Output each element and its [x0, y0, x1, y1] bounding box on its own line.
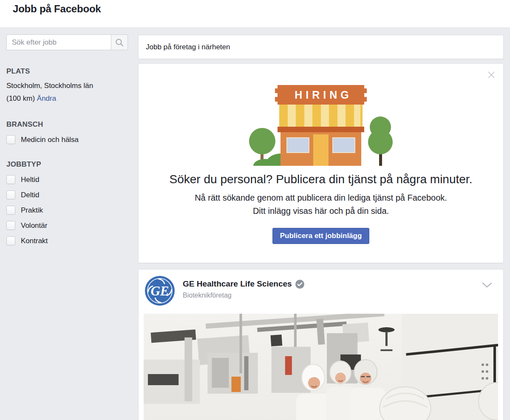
jobtype-heading: JOBBTYP — [6, 160, 128, 169]
verified-badge-icon — [295, 280, 304, 289]
filters-sidebar: PLATS Stockholm, Stockholms län (100 km)… — [6, 27, 128, 245]
location-value: Stockholm, Stockholms län (100 km) Ändra — [6, 79, 128, 105]
checkbox-label: Kontrakt — [21, 237, 48, 245]
hiring-storefront-illustration: HIRING — [240, 78, 402, 166]
hiring-sign-text: HIRING — [295, 89, 352, 101]
promo-heading: Söker du personal? Publicera din tjänst … — [163, 171, 479, 188]
checkbox-label: Volontär — [21, 221, 47, 230]
checkbox[interactable] — [6, 190, 15, 199]
chevron-down-icon[interactable] — [482, 282, 492, 288]
x-icon — [486, 70, 496, 80]
close-promo-button[interactable] — [486, 70, 496, 80]
page-title: Jobb på Facebook — [13, 3, 510, 15]
job-search — [6, 34, 128, 50]
promo-body: Nå rätt sökande genom att publicera din … — [188, 191, 454, 218]
filter-medicin-och-halsa[interactable]: Medicin och hälsa — [6, 135, 128, 144]
job-post-header: GE GE Healthcare Life Sciences Bioteknik… — [144, 275, 498, 306]
section-header-card: Jobb på företag i närheten — [138, 35, 504, 59]
filter-kontrakt[interactable]: Kontrakt — [6, 236, 128, 245]
employer-promo-card: HIRING Söker du personal? Publicera din … — [138, 63, 504, 263]
search-button[interactable] — [111, 34, 128, 50]
location-line2: (100 km) — [6, 94, 35, 102]
checkbox[interactable] — [6, 135, 15, 144]
checkbox-label: Medicin och hälsa — [21, 136, 79, 144]
location-heading: PLATS — [6, 67, 128, 76]
checkbox-label: Deltid — [21, 191, 39, 199]
page-layout: PLATS Stockholm, Stockholms län (100 km)… — [0, 27, 510, 420]
checkbox-label: Praktik — [21, 206, 43, 215]
checkbox[interactable] — [6, 175, 15, 184]
job-post-card: GE GE Healthcare Life Sciences Bioteknik… — [138, 269, 504, 420]
ge-company-logo[interactable]: GE — [144, 275, 175, 306]
main-column: Jobb på företag i närheten — [138, 27, 504, 420]
checkbox[interactable] — [6, 206, 15, 215]
job-title-block: GE Healthcare Life Sciences Bioteknikför… — [183, 275, 304, 299]
industry-heading: BRANSCH — [6, 120, 128, 129]
search-input[interactable] — [6, 34, 111, 50]
filter-praktik[interactable]: Praktik — [6, 206, 128, 215]
filter-deltid[interactable]: Deltid — [6, 190, 128, 199]
change-location-link[interactable]: Ändra — [37, 94, 56, 102]
checkbox[interactable] — [6, 221, 15, 230]
location-line1: Stockholm, Stockholms län — [6, 82, 93, 90]
job-post-photo[interactable] — [144, 314, 498, 420]
magnifier-icon — [115, 38, 124, 47]
filter-volontar[interactable]: Volontär — [6, 221, 128, 230]
svg-text:GE: GE — [150, 284, 169, 298]
checkbox-label: Heltid — [21, 176, 39, 184]
company-category: Bioteknikföretag — [183, 292, 304, 299]
publish-job-button[interactable]: Publicera ett jobbinlägg — [272, 228, 370, 244]
topbar: Jobb på Facebook — [0, 0, 510, 27]
filter-heltid[interactable]: Heltid — [6, 175, 128, 184]
checkbox[interactable] — [6, 236, 15, 245]
company-name[interactable]: GE Healthcare Life Sciences — [183, 279, 292, 289]
section-header-text: Jobb på företag i närheten — [146, 43, 230, 51]
